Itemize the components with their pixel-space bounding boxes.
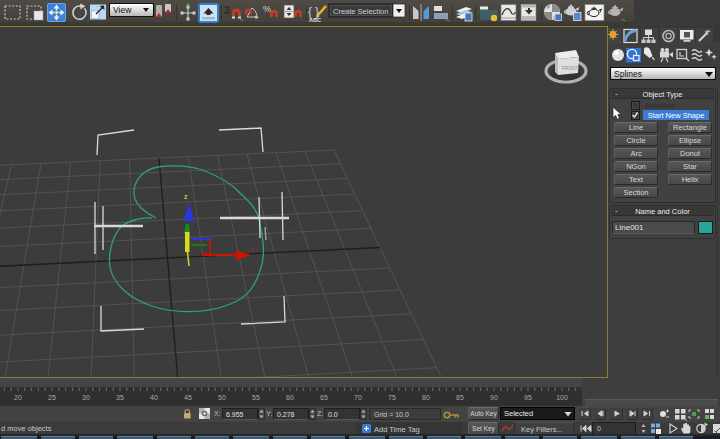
svg-text:View: View <box>113 5 132 15</box>
svg-text:%: % <box>263 4 271 14</box>
svg-text:x: x <box>251 245 254 251</box>
svg-text:Create Selection: Create Selection <box>333 7 388 16</box>
svg-text:FRONT: FRONT <box>562 66 578 71</box>
svg-text:z: z <box>184 193 188 200</box>
svg-text:3: 3 <box>224 4 230 16</box>
svg-text:ABC: ABC <box>309 17 321 23</box>
